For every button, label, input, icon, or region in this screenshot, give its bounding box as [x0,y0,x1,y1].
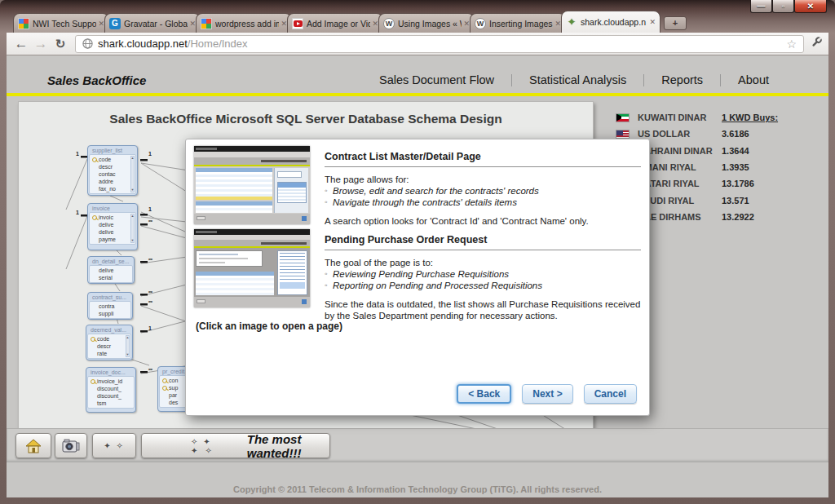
back-button[interactable]: < Back [457,384,511,404]
highlights-button[interactable]: ✦ ✧ [92,433,136,458]
thumb-decor [196,197,272,200]
minimize-button[interactable]: — [750,0,772,13]
tab-title: Gravatar - Globall [124,19,188,29]
table-field: descr [91,163,134,170]
close-icon: ✕ [807,2,814,11]
tab-close-icon[interactable]: ✕ [463,20,470,28]
pending-po-thumbnail[interactable] [194,229,310,307]
maximize-icon: ▫ [782,2,785,11]
wizard-section-contract-list: Contract List Master/Detail Page The pag… [194,146,641,227]
table-field: invoice_id [90,378,132,385]
mini-scrollbar: ▲▼ [130,156,135,192]
tab-title: Add Image or Vid [307,19,370,29]
thumb-decor [194,157,310,165]
table-field: discount_ [90,392,132,400]
section-note: A search option looks for 'Contract Id' … [325,215,641,227]
table-field: delive [91,221,134,228]
schema-table-deemed-val: deemed_val... code descr rate ▲▼ [86,325,133,360]
thumb-decor [196,250,263,267]
table-field: suppli [91,310,129,317]
tab-wordpress-add-image[interactable]: wordpress add im ✕ [196,13,292,33]
tab-close-icon[interactable]: ✕ [189,20,196,28]
home-icon [24,438,42,453]
next-button[interactable]: Next > [522,384,572,404]
home-button[interactable] [15,433,51,458]
tab-close-icon[interactable]: ✕ [281,20,287,28]
back-icon[interactable]: ← [11,36,31,52]
cancel-button[interactable]: Cancel [584,384,637,404]
table-field: descr [90,343,129,350]
thumb-decor [277,182,307,203]
thumb-decor [194,152,310,157]
youtube-icon [292,18,303,29]
nav-reports[interactable]: Reports [644,73,720,86]
thumb-decor [194,214,310,224]
table-field: contra [91,303,129,310]
multiplicity-marker: 1 [148,151,152,157]
globe-icon [82,38,93,49]
most-wanted-label: The most wanted!!! [247,432,329,460]
tab-inserting-images[interactable]: W Inserting Images ✕ [470,13,566,33]
gallery-button[interactable] [55,433,87,458]
nav-about[interactable]: About [721,73,786,86]
tab-title: Using Images « W [398,19,462,29]
tab-add-image-or-video[interactable]: Add Image or Vid ✕ [287,13,383,33]
table-field: rate [90,350,129,357]
tab-close-icon[interactable]: ✕ [554,20,561,28]
site-logo[interactable]: Sales BackOffice [47,73,146,87]
table-field: code [91,156,134,163]
url-path: /Home/Index [188,38,248,50]
tab-close-icon[interactable]: ✕ [98,20,104,28]
maximize-button[interactable]: ▫ [772,0,794,13]
multiplicity-marker: ∞ [148,289,152,294]
gravatar-icon: G [109,18,121,29]
tab-close-icon[interactable]: ✕ [649,18,656,26]
new-tab-button[interactable]: + [664,16,687,30]
wordpress-icon: W [383,18,395,29]
tab-nwi-tech-support[interactable]: NWI Tech Suppor ✕ [13,13,109,33]
nav-statistical-analysis[interactable]: Statistical Analysis [512,73,643,86]
currency-label: KUWAITI DINAR [638,113,708,122]
most-wanted-button[interactable]: ✧ ✦ ✦ ✧ The most wanted!!! [141,433,330,458]
url-host: shark.cloudapp.net [98,38,188,50]
tab-using-images[interactable]: W Using Images « W ✕ [378,13,475,33]
thumb-decor [277,171,302,178]
tab-strip: NWI Tech Suppor ✕ G Gravatar - Globall ✕… [13,11,687,33]
mini-scrollbar: ▲▼ [126,335,130,357]
mini-scrollbar: ▲▼ [130,214,135,243]
tab-gravatar[interactable]: G Gravatar - Globall ✕ [104,13,201,33]
tab-title: NWI Tech Suppor [33,19,96,29]
tab-shark-cloudapp[interactable]: ✦ shark.cloudapp.n ✕ [561,11,660,33]
table-field: invoic [91,214,134,221]
thumb-decor [194,146,310,152]
bookmark-star-icon[interactable]: ☆ [786,38,797,51]
nav-sales-document-flow[interactable]: Sales Document Flow [362,73,511,86]
close-button[interactable]: ✕ [794,0,827,13]
section-intro: The page allows for: [325,174,641,185]
wizard-hint: (Click an image to open a page) [196,321,342,332]
address-bar[interactable]: shark.cloudapp.net/Home/Index ☆ [75,35,804,53]
thumb-decor [196,172,272,197]
web-page: Sales BackOffice Sales Document Flow Sta… [7,55,828,497]
section-heading: Contract List Master/Detail Page [325,151,641,162]
contract-list-thumbnail[interactable] [194,146,310,224]
reload-icon[interactable]: ↻ [51,37,70,51]
table-name: deemed_val... [87,326,131,334]
forward-icon[interactable]: → [31,36,51,52]
tab-title: shark.cloudapp.n [581,17,647,27]
table-field: addre [91,178,134,185]
thumb-decor [196,206,272,213]
multiplicity-marker: 1 [148,325,152,331]
thumb-decor [194,165,310,166]
window-controls: — ▫ ✕ [750,0,827,13]
browser-toolbar: ← → ↻ shark.cloudapp.net/Home/Index ☆ [7,33,828,55]
currency-value: 3.6186 [722,129,749,139]
sparkles-icon: ✧ ✦ ✦ ✧ [191,437,226,455]
table-field: tsm [90,400,132,407]
section-bullet: Navigate through the contracts' details … [325,197,641,208]
tab-close-icon[interactable]: ✕ [372,20,378,28]
multiplicity-marker: ∞ [148,366,152,372]
thumb-decor [196,276,274,295]
table-field: serial [91,274,130,281]
wrench-menu-icon[interactable] [809,36,824,52]
